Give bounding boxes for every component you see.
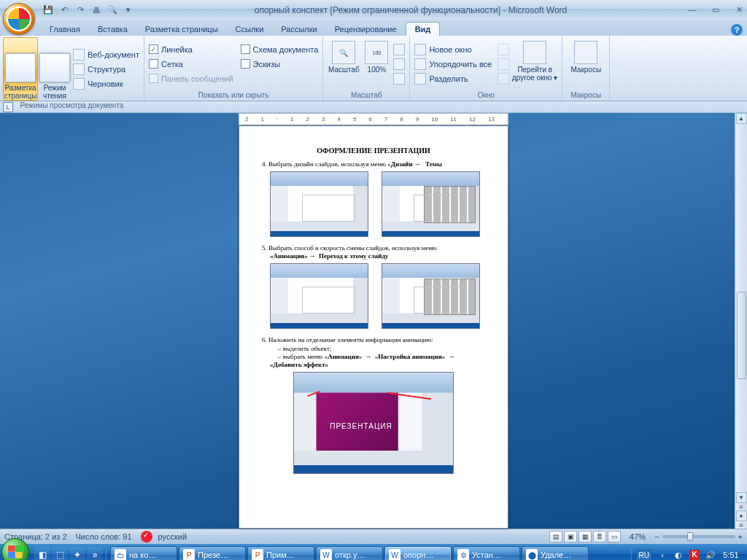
tray-volume-icon[interactable]: 🔊 (705, 549, 716, 560)
group-macros-label: Макросы (565, 90, 606, 100)
tab-references[interactable]: Ссылки (227, 23, 273, 36)
zoom-100[interactable]: 100 100% (361, 37, 392, 90)
help-icon[interactable]: ? (731, 24, 743, 36)
spellcheck-icon[interactable] (141, 531, 152, 542)
tray-expand-icon[interactable]: ‹ (657, 549, 668, 560)
tab-home[interactable]: Главная (41, 23, 89, 36)
window-arrange[interactable]: Упорядочить все (414, 57, 492, 71)
reset-pos-icon (498, 73, 509, 85)
view-reading-shortcut[interactable]: ▣ (564, 531, 577, 542)
tab-layout[interactable]: Разметка страницы (136, 23, 227, 36)
task-item[interactable]: Wоткр.у… (316, 546, 383, 560)
status-language[interactable]: русский (158, 532, 187, 541)
tab-mailings[interactable]: Рассылки (272, 23, 325, 36)
outline-icon (73, 63, 85, 75)
macros-button[interactable]: Макросы (565, 37, 606, 90)
window-disabled-col (496, 37, 511, 90)
task-item[interactable]: 🗀на ко… (110, 546, 177, 560)
tray-network-icon[interactable]: ◐ (673, 549, 684, 560)
tab-insert[interactable]: Вставка (89, 23, 136, 36)
chk-ruler[interactable]: Линейка (149, 42, 233, 57)
prev-page-icon[interactable]: ≡ (739, 503, 743, 510)
checkbox-icon (241, 44, 250, 54)
window-split[interactable]: Разделить (414, 71, 492, 86)
view-outline[interactable]: Структура (73, 62, 139, 77)
redo-icon[interactable]: ↷ (74, 4, 86, 16)
group-show-hide-label: Показать или скрыть (147, 90, 320, 100)
vertical-scrollbar[interactable]: ▲ ▼ ≡ ● ≡ (735, 113, 747, 529)
powerpoint-icon: P (252, 549, 263, 560)
taskbar: ◧ ⬚ ✦ » 🗀на ко… PПрезе… PПрим… Wоткр.у… … (0, 544, 747, 560)
zoom-page-width[interactable] (393, 71, 405, 86)
view-web[interactable]: Веб-документ (73, 47, 139, 62)
undo-icon[interactable]: ↶ (58, 4, 70, 16)
magnifier-icon: 🔍 (332, 41, 355, 64)
horizontal-ruler[interactable]: 21·123456789101112131415161718 (239, 113, 508, 125)
view-print-layout-label: Разметка страницы (4, 84, 37, 100)
view-draft[interactable]: Черновик (73, 77, 139, 91)
view-outline-shortcut[interactable]: ≣ (593, 531, 606, 542)
zoom-percent[interactable]: 47% (630, 532, 646, 541)
chk-docmap[interactable]: Схема документа (241, 42, 319, 57)
qat-more-icon[interactable]: ▾ (123, 4, 134, 16)
task-item[interactable]: PПрим… (247, 546, 314, 560)
start-button[interactable] (1, 538, 29, 560)
ql-icon[interactable]: » (87, 547, 103, 560)
tab-view[interactable]: Вид (406, 22, 441, 36)
save-icon[interactable]: 💾 (42, 4, 54, 16)
quick-launch: ◧ ⬚ ✦ » (31, 547, 107, 560)
view-print-layout-shortcut[interactable]: ▤ (549, 531, 562, 542)
print-icon[interactable]: 🖶 (90, 4, 102, 16)
doc-item-5: 5. Выбрать способ и скорость смены слайд… (270, 244, 493, 261)
group-show-hide: Линейка Сетка Панель сообщений Схема док… (144, 36, 323, 101)
scroll-up-icon[interactable]: ▲ (736, 113, 747, 124)
zoom-one-page[interactable] (393, 42, 405, 57)
chk-thumbs[interactable]: Эскизы (241, 57, 319, 71)
status-word-count[interactable]: Число слов: 91 (76, 532, 132, 541)
ql-icon[interactable]: ⬚ (52, 547, 68, 560)
clock[interactable]: 5:51 (721, 551, 741, 559)
scroll-thumb[interactable] (737, 292, 746, 379)
zoom-in-icon[interactable]: + (738, 532, 743, 541)
zoom-knob[interactable] (687, 532, 693, 541)
window-controls: — ▭ ✕ (687, 5, 744, 15)
title-bar: 💾 ↶ ↷ 🖶 🔍 ▾ опорный конспект [Режим огра… (0, 0, 747, 20)
task-item[interactable]: PПрезе… (179, 546, 246, 560)
switch-windows[interactable]: Перейти в другое окно ▾ (511, 37, 559, 90)
zoom-mini (392, 37, 406, 90)
view-draft-shortcut[interactable]: ▭ (608, 531, 621, 542)
browse-object-icon[interactable]: ● (736, 510, 747, 521)
draft-icon (73, 78, 85, 90)
maximize-button[interactable]: ▭ (711, 5, 721, 15)
view-reading-label: Режим чтения (39, 84, 71, 100)
task-item[interactable]: ⬤Удале… (522, 546, 589, 560)
ql-icon[interactable]: ◧ (34, 547, 50, 560)
task-item[interactable]: ⚙Устан… (453, 546, 520, 560)
view-reading[interactable]: Режим чтения (38, 37, 71, 101)
zoom-two-pages[interactable] (393, 57, 405, 71)
zoom-out-icon[interactable]: − (654, 532, 659, 541)
view-web-shortcut[interactable]: ▦ (578, 531, 592, 542)
scroll-down-icon[interactable]: ▼ (736, 492, 747, 503)
preview-icon[interactable]: 🔍 (107, 4, 118, 16)
zoom-button[interactable]: 🔍 Масштаб (326, 37, 361, 90)
office-button[interactable] (3, 3, 35, 35)
view-print-layout[interactable]: Разметка страницы (3, 37, 38, 101)
minimize-button[interactable]: — (687, 5, 697, 15)
language-indicator[interactable]: RU (636, 550, 652, 561)
tab-review[interactable]: Рецензирование (326, 23, 406, 36)
arrange-icon (414, 58, 426, 70)
kaspersky-icon[interactable]: K (689, 549, 700, 560)
normal-view-icon[interactable]: L (3, 102, 13, 112)
document-page[interactable]: ОФОРМЛЕНИЕ ПРЕЗЕНТАЦИИ 4. Выбрать дизайн… (239, 125, 508, 529)
next-page-icon[interactable]: ≡ (739, 521, 743, 529)
zoom-slider[interactable]: − + (654, 532, 743, 541)
ql-icon[interactable]: ✦ (69, 547, 85, 560)
task-buttons: 🗀на ко… PПрезе… PПрим… Wоткр.у… Wопорн… … (109, 546, 629, 560)
chk-grid[interactable]: Сетка (149, 57, 233, 71)
document-area: 21·123456789101112131415161718 ОФОРМЛЕНИ… (0, 113, 747, 529)
close-button[interactable]: ✕ (734, 5, 744, 15)
task-item[interactable]: Wопорн… (384, 546, 452, 560)
window-new[interactable]: Новое окно (414, 42, 492, 57)
side-by-side-icon (498, 44, 509, 55)
